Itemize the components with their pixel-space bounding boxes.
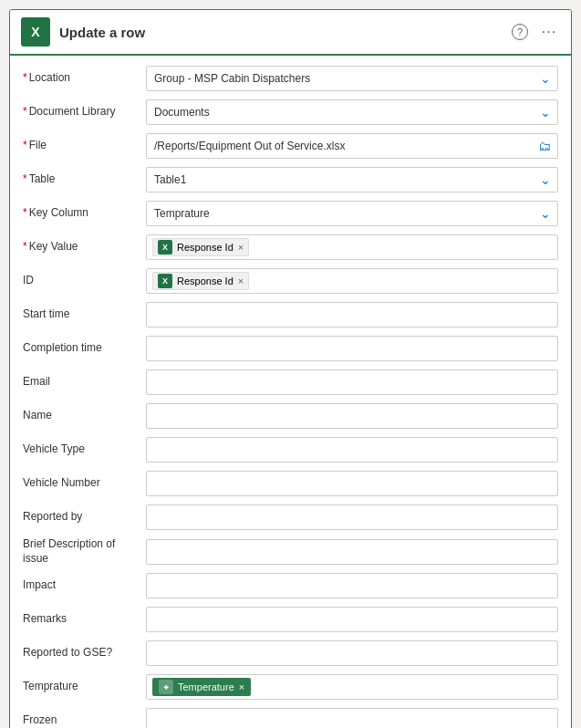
impact-input[interactable]	[146, 573, 558, 598]
excel-icon: X	[21, 17, 50, 47]
id-tag-input[interactable]: X Response Id ×	[146, 268, 558, 294]
table-row: *Table Table1 ⌄	[23, 166, 558, 193]
id-tag-close[interactable]: ×	[238, 276, 244, 286]
vehicle-type-label: Vehicle Type	[23, 442, 146, 457]
file-label: *File	[23, 139, 146, 153]
frozen-row: Frozen	[23, 707, 558, 728]
email-row: Email	[23, 369, 558, 396]
location-select[interactable]: Group - MSP Cabin Dispatchers	[146, 66, 558, 91]
table-select-wrapper[interactable]: Table1 ⌄	[146, 167, 558, 192]
file-browse-icon[interactable]: 🗂	[538, 139, 551, 153]
vehicle-type-row: Vehicle Type	[23, 436, 558, 463]
name-input[interactable]	[146, 403, 558, 429]
file-row: *File /Reports/Equipment Out of Service.…	[23, 132, 558, 160]
temprature-tag: ✦ Temperature ×	[152, 678, 251, 696]
start-time-input[interactable]	[146, 302, 558, 328]
header-actions: ? ···	[509, 21, 560, 43]
id-row: ID X Response Id ×	[23, 267, 558, 295]
key-column-row: *Key Column Temprature ⌄	[23, 200, 558, 227]
completion-time-input[interactable]	[146, 336, 558, 361]
document-library-select-wrapper[interactable]: Documents ⌄	[146, 99, 558, 125]
vehicle-number-label: Vehicle Number	[23, 476, 146, 491]
key-column-label: *Key Column	[23, 206, 146, 221]
reported-to-gse-input[interactable]	[146, 640, 558, 666]
start-time-row: Start time	[23, 301, 558, 328]
completion-time-row: Completion time	[23, 335, 558, 362]
name-row: Name	[23, 402, 558, 430]
completion-time-label: Completion time	[23, 341, 146, 356]
brief-desc-input[interactable]	[146, 539, 558, 565]
header-left: X Update a row	[21, 17, 145, 47]
document-library-row: *Document Library Documents ⌄	[23, 99, 558, 126]
id-excel-icon: X	[158, 274, 172, 288]
email-label: Email	[23, 375, 146, 390]
key-value-row: *Key Value X Response Id ×	[23, 234, 558, 261]
key-value-tag-close[interactable]: ×	[238, 242, 244, 253]
location-select-wrapper[interactable]: Group - MSP Cabin Dispatchers ⌄	[146, 66, 558, 91]
impact-row: Impact	[23, 572, 558, 599]
name-label: Name	[23, 409, 146, 423]
card-title: Update a row	[59, 25, 145, 40]
file-input[interactable]: /Reports/Equipment Out of Service.xlsx	[146, 133, 558, 159]
more-options-button[interactable]: ···	[538, 21, 560, 43]
impact-label: Impact	[23, 578, 146, 593]
key-value-tag: X Response Id ×	[152, 238, 249, 256]
key-value-excel-icon: X	[158, 240, 172, 255]
temprature-row: Temprature ✦ Temperature ×	[23, 673, 558, 701]
vehicle-number-input[interactable]	[146, 471, 558, 496]
start-time-label: Start time	[23, 307, 146, 322]
card-header: X Update a row ? ···	[10, 10, 571, 56]
remarks-input[interactable]	[146, 607, 558, 632]
temprature-label: Temprature	[23, 680, 146, 694]
location-label: *Location	[23, 71, 146, 86]
reported-to-gse-label: Reported to GSE?	[23, 646, 146, 660]
key-value-tag-input[interactable]: X Response Id ×	[146, 234, 558, 260]
key-column-select-wrapper[interactable]: Temprature ⌄	[146, 201, 558, 226]
table-label: *Table	[23, 172, 146, 187]
temprature-tag-icon: ✦	[159, 680, 173, 694]
temprature-tag-input[interactable]: ✦ Temperature ×	[146, 674, 558, 700]
temprature-tag-close[interactable]: ×	[239, 681, 244, 692]
remarks-label: Remarks	[23, 612, 146, 627]
email-input[interactable]	[146, 369, 558, 395]
reported-by-row: Reported by	[23, 504, 558, 531]
vehicle-type-input[interactable]	[146, 437, 558, 463]
update-row-card: X Update a row ? ··· *Location Group - M…	[9, 9, 572, 728]
id-label: ID	[23, 274, 146, 288]
key-value-label: *Key Value	[23, 240, 146, 255]
remarks-row: Remarks	[23, 606, 558, 633]
reported-by-label: Reported by	[23, 510, 146, 525]
frozen-input[interactable]	[146, 708, 558, 728]
reported-to-gse-row: Reported to GSE?	[23, 640, 558, 667]
location-row: *Location Group - MSP Cabin Dispatchers …	[23, 65, 558, 92]
key-column-select[interactable]: Temprature	[146, 201, 558, 226]
brief-desc-label: Brief Description of issue	[23, 537, 146, 566]
frozen-label: Frozen	[23, 713, 146, 728]
document-library-select[interactable]: Documents	[146, 99, 558, 125]
help-button[interactable]: ?	[509, 21, 531, 43]
brief-desc-row: Brief Description of issue	[23, 537, 558, 566]
card-body: *Location Group - MSP Cabin Dispatchers …	[10, 56, 571, 728]
vehicle-number-row: Vehicle Number	[23, 470, 558, 497]
file-wrapper[interactable]: /Reports/Equipment Out of Service.xlsx 🗂	[146, 133, 558, 159]
table-select[interactable]: Table1	[146, 167, 558, 192]
reported-by-input[interactable]	[146, 504, 558, 530]
document-library-label: *Document Library	[23, 105, 146, 120]
id-tag: X Response Id ×	[152, 272, 249, 290]
